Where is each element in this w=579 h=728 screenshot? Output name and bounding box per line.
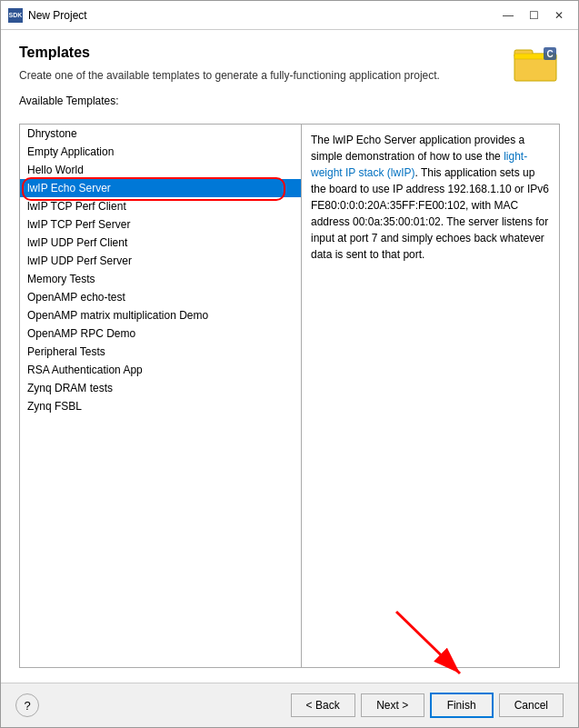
title-bar: SDK New Project — ☐ ✕ — [1, 1, 578, 30]
template-item-memory-tests[interactable]: Memory Tests — [20, 270, 301, 288]
help-button[interactable]: ? — [15, 693, 39, 717]
panels-container: DhrystoneEmpty ApplicationHello WorldlwI… — [19, 124, 560, 668]
maximize-button[interactable]: ☐ — [522, 6, 545, 25]
template-description: The lwIP Echo Server application provide… — [302, 125, 559, 667]
template-item-empty-application[interactable]: Empty Application — [20, 143, 301, 161]
footer: ? < Back Next > Finish Cancel — [1, 683, 578, 727]
template-item-openamp-echo-test[interactable]: OpenAMP echo-test — [20, 288, 301, 306]
window-title: New Project — [28, 9, 496, 22]
new-project-window: SDK New Project — ☐ ✕ Templates Create o… — [0, 0, 579, 728]
template-item-zynq-fsbl[interactable]: Zynq FSBL — [20, 397, 301, 415]
finish-button[interactable]: Finish — [430, 693, 494, 718]
window-controls: — ☐ ✕ — [496, 6, 571, 25]
template-item-openamp-rpc-demo[interactable]: OpenAMP RPC Demo — [20, 324, 301, 343]
page-title: Templates — [19, 45, 504, 61]
minimize-button[interactable]: — — [496, 6, 520, 25]
footer-left: ? — [15, 693, 39, 717]
panels-row: DhrystoneEmpty ApplicationHello WorldlwI… — [19, 124, 560, 668]
template-item-lwip-tcp-perf-server[interactable]: lwIP TCP Perf Server — [20, 215, 301, 234]
template-item-peripheral-tests[interactable]: Peripheral Tests — [20, 343, 301, 361]
template-item-rsa-authentication-app[interactable]: RSA Authentication App — [20, 361, 301, 379]
back-button[interactable]: < Back — [291, 693, 355, 717]
folder-icon: C — [513, 45, 560, 87]
footer-right: < Back Next > Finish Cancel — [291, 693, 564, 718]
template-item-lwip-udp-perf-client[interactable]: lwIP UDP Perf Client — [20, 234, 301, 252]
template-item-zynq-dram-tests[interactable]: Zynq DRAM tests — [20, 379, 301, 397]
template-item-lwip-udp-perf-server[interactable]: lwIP UDP Perf Server — [20, 252, 301, 270]
template-item-lwip-echo-server[interactable]: lwIP Echo Server — [20, 179, 301, 197]
cancel-button[interactable]: Cancel — [499, 693, 564, 717]
svg-text:C: C — [546, 49, 553, 59]
close-button[interactable]: ✕ — [547, 6, 571, 25]
section-label: Available Templates: — [19, 95, 504, 107]
app-icon: SDK — [8, 8, 23, 23]
template-item-hello-world[interactable]: Hello World — [20, 161, 301, 179]
template-list[interactable]: DhrystoneEmpty ApplicationHello WorldlwI… — [20, 125, 302, 667]
next-button[interactable]: Next > — [361, 693, 424, 717]
template-item-dhrystone[interactable]: Dhrystone — [20, 125, 301, 143]
template-item-lwip-tcp-perf-client[interactable]: lwIP TCP Perf Client — [20, 197, 301, 215]
header-row: Templates Create one of the available te… — [19, 45, 560, 113]
content-area: Templates Create one of the available te… — [1, 30, 578, 683]
page-description: Create one of the available templates to… — [19, 68, 504, 84]
header-text: Templates Create one of the available te… — [19, 45, 504, 113]
template-item-openamp-matrix-multiplication[interactable]: OpenAMP matrix multiplication Demo — [20, 306, 301, 324]
